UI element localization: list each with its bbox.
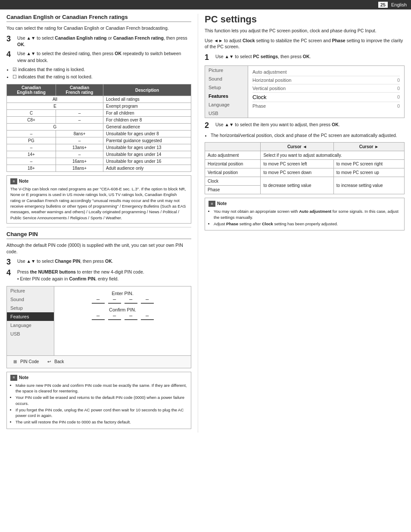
pc-menu-value-3: 0 (321, 94, 400, 100)
rating-cell-desc: Unsuitable for ages under 14 (103, 151, 191, 158)
back-btn: ↩ Back (45, 358, 64, 366)
note-right-bullet-1: Adjust Phase setting after Clock setting… (214, 221, 401, 227)
adj-label-clock: Clock (205, 177, 261, 186)
pin-dash-1: – (92, 296, 105, 304)
rating-cell-english: 14+ (7, 151, 56, 158)
pc-menu-mock: PictureSoundSetupFeaturesLanguageUSB Aut… (205, 65, 405, 118)
rating-table: CanadianEnglish rating CanadianFrench ra… (6, 84, 191, 172)
rating-cell-french: 18ans+ (56, 165, 103, 172)
pc-menu-inner: PictureSoundSetupFeaturesLanguageUSB Aut… (205, 66, 404, 118)
note2-bullet-3: The unit will restore the PIN code to 00… (16, 419, 187, 425)
pc-step-1: 1 Use ▲▼ to select PC settings, then pre… (205, 53, 405, 62)
section2-title: Change PIN (6, 231, 191, 239)
confirm-pin-label: Confirm PIN. (61, 307, 184, 312)
rating-table-row: –13ans+Unsuitable for ages under 13 (7, 144, 191, 151)
adj-clock-right: to increase setting value (333, 177, 404, 194)
step-4b: 4 Press the NUMBER buttons to enter the … (6, 269, 191, 283)
adj-auto-desc: Select if you want to adjust automatical… (261, 151, 405, 160)
enter-pin-row: Enter PIN. – – – – (61, 291, 184, 304)
adj-table: Cursor ◄ Cursor ► Auto adjustment Select… (205, 142, 405, 194)
rating-cell-english: C8+ (7, 117, 56, 124)
confirm-pin-row: Confirm PIN. – – – – (61, 307, 184, 320)
pc-menu-label-2: Vertical position (252, 86, 321, 91)
pc-sidebar-item-sound[interactable]: Sound (205, 75, 248, 83)
col-header-2: CanadianFrench rating (56, 84, 103, 96)
rating-cell-french: – (56, 151, 103, 158)
step-4-number: 4 (6, 50, 15, 59)
rating-cell-desc: Parental guidance suggested (103, 137, 191, 144)
pin-sidebar-item-language[interactable]: Language (7, 321, 54, 330)
pin-sidebar-item-sound[interactable]: Sound (7, 295, 54, 304)
step-4: 4 Use ▲▼ to select the desired rating, t… (6, 50, 191, 64)
rating-table-row: GGeneral audience (7, 124, 191, 131)
page-number: 25 (378, 2, 388, 8)
note-right: ≡ Note You may not obtain an appropriate… (205, 198, 405, 230)
section1-title: Canadian English or Canadian French rati… (6, 14, 191, 22)
main-content: Canadian English or Canadian French rati… (0, 9, 411, 432)
adj-col-cursor-right: Cursor ► (333, 143, 404, 151)
pin-menu-inner: PictureSoundSetupFeaturesLanguageUSB Ent… (7, 286, 191, 355)
rating-table-row: EExempt program (7, 103, 191, 110)
step-4b-text: Press the NUMBER buttons to enter the ne… (17, 269, 144, 283)
rating-cell-english: – (7, 144, 56, 151)
lock-bullets: ☑ indicates that the rating is locked. ☐… (12, 66, 191, 81)
pin-menu-sidebar: PictureSoundSetupFeaturesLanguageUSB (7, 286, 54, 355)
note-icon-right: ≡ (209, 201, 215, 207)
adj-label-vert: Vertical position (205, 168, 261, 177)
rating-cell-merged: E (7, 103, 103, 110)
adj-horiz-left: to move PC screen left (261, 160, 333, 168)
confirm-dash-2: – (108, 312, 121, 320)
note-2-header: ≡ Note (10, 375, 187, 381)
step-3: 3 Use ▲▼ to select Canadian English rati… (6, 35, 191, 49)
back-icon: ↩ (45, 358, 53, 366)
note-right-bullet-0: You may not obtain an appropriate screen… (214, 208, 401, 220)
step-3b-number: 3 (6, 258, 15, 267)
pin-code-btn: ⊞ PIN Code (11, 358, 39, 366)
pin-sidebar-item-features[interactable]: Features (7, 312, 54, 321)
pc-sidebar-item-picture[interactable]: Picture (205, 66, 248, 75)
pin-sidebar-item-picture[interactable]: Picture (7, 286, 54, 295)
pin-menu-mock: PictureSoundSetupFeaturesLanguageUSB Ent… (6, 286, 191, 368)
rating-cell-french: 16ans+ (56, 158, 103, 165)
note-1-header: ≡ Note (10, 178, 187, 184)
note-right-list: You may not obtain an appropriate screen… (209, 208, 401, 227)
pc-menu-content: Auto adjustmentHorizontal position0Verti… (248, 66, 404, 118)
adj-row-clock: Clock to decrease setting value to incre… (205, 177, 405, 186)
adj-row-horiz: Horizontal position to move PC screen le… (205, 160, 405, 168)
section1-intro: You can select the rating for Canadian E… (6, 25, 191, 31)
adj-label-horiz: Horizontal position (205, 160, 261, 168)
rating-cell-english: C (7, 110, 56, 117)
pin-menu-footer: ⊞ PIN Code ↩ Back (7, 355, 191, 368)
rating-table-row: AllLocked all ratings (7, 96, 191, 103)
rating-table-row: PG–Parental guidance suggested (7, 137, 191, 144)
pc-menu-label-3: Clock (252, 94, 321, 100)
bullet-unlocked: ☐ indicates that the rating is not locke… (12, 74, 191, 81)
pc-step-2-bullets: The horizontal/vertical position, clock … (211, 132, 405, 139)
pin-sidebar-item-usb[interactable]: USB (7, 330, 54, 338)
pin-code-label: PIN Code (20, 359, 39, 364)
step-4b-number: 4 (6, 269, 15, 277)
confirm-dash-3: – (125, 312, 137, 320)
step-3-number: 3 (6, 35, 15, 44)
pc-step-1-number: 1 (205, 53, 213, 62)
rating-cell-english: – (7, 158, 56, 165)
pc-menu-label-0: Auto adjustment (252, 69, 321, 75)
note-right-header: ≡ Note (209, 201, 401, 207)
note-right-label: Note (217, 201, 227, 207)
pc-settings-title: PC settings (205, 14, 405, 25)
pc-sidebar-item-language[interactable]: Language (205, 100, 248, 109)
pc-sidebar-item-features[interactable]: Features (205, 92, 248, 100)
adj-row-auto: Auto adjustment Select if you want to ad… (205, 151, 405, 160)
pc-intro-1: This function lets you adjust the PC scr… (205, 28, 405, 34)
pc-sidebar-item-setup[interactable]: Setup (205, 83, 248, 92)
rating-cell-desc: Locked all ratings (103, 96, 191, 103)
step-3b-text: Use ▲▼ to select Change PIN, then press … (17, 258, 113, 265)
rating-cell-merged: G (7, 124, 103, 131)
pin-sidebar-item-setup[interactable]: Setup (7, 304, 54, 312)
step-3b: 3 Use ▲▼ to select Change PIN, then pres… (6, 258, 191, 267)
rating-cell-french: 13ans+ (56, 144, 103, 151)
pc-intro-2: Use ◄► to adjust Clock setting to stabil… (205, 37, 405, 50)
pc-sidebar-item-usb[interactable]: USB (205, 109, 248, 118)
enter-pin-label: Enter PIN. (61, 291, 184, 296)
pc-menu-sidebar: PictureSoundSetupFeaturesLanguageUSB (205, 66, 248, 118)
